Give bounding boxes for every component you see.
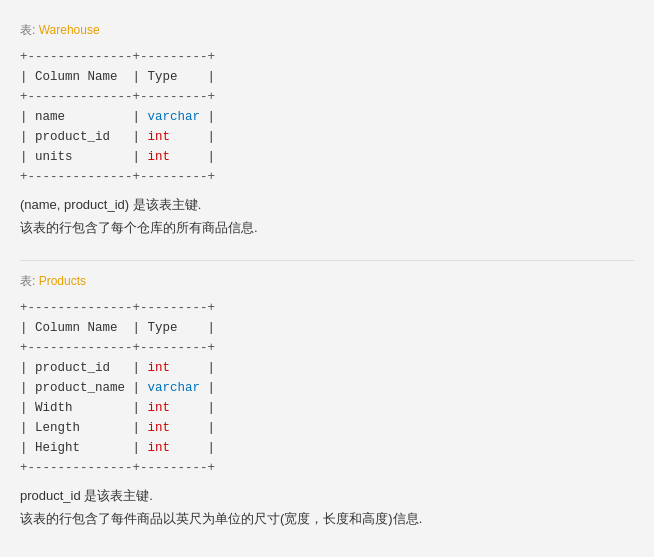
desc-line: (name, product_id) 是该表主键.: [20, 193, 634, 216]
separator-bot: +--------------+---------+: [20, 170, 215, 184]
table-row: | Length | int |: [20, 421, 215, 435]
desc-line: 该表的行包含了每个仓库的所有商品信息.: [20, 216, 634, 239]
header-row: | Column Name | Type |: [20, 321, 215, 335]
desc-line: 该表的行包含了每件商品以英尺为单位的尺寸(宽度，长度和高度)信息.: [20, 507, 634, 530]
table-row: | units | int |: [20, 150, 215, 164]
table-row: | Width | int |: [20, 401, 215, 415]
table-name-products: Products: [39, 274, 86, 288]
table-row: | product_id | int |: [20, 130, 215, 144]
section-title-warehouse: 表: Warehouse: [20, 22, 634, 39]
footer: CSDN @爱戴假发的谢老师: [0, 551, 654, 557]
title-label: 表:: [20, 23, 39, 37]
separator-top: +--------------+---------+: [20, 50, 215, 64]
table-row: | name | varchar |: [20, 110, 215, 124]
section-title-products: 表: Products: [20, 273, 634, 290]
desc-line: product_id 是该表主键.: [20, 484, 634, 507]
table-name-warehouse: Warehouse: [39, 23, 100, 37]
description-block-warehouse: (name, product_id) 是该表主键.该表的行包含了每个仓库的所有商…: [20, 193, 634, 240]
table-block-warehouse: +--------------+---------+ | Column Name…: [20, 47, 634, 187]
title-label: 表:: [20, 274, 39, 288]
separator-mid: +--------------+---------+: [20, 341, 215, 355]
separator-bot: +--------------+---------+: [20, 461, 215, 475]
separator-mid: +--------------+---------+: [20, 90, 215, 104]
table-row: | Height | int |: [20, 441, 215, 455]
description-block-products: product_id 是该表主键.该表的行包含了每件商品以英尺为单位的尺寸(宽度…: [20, 484, 634, 531]
header-row: | Column Name | Type |: [20, 70, 215, 84]
section-warehouse: 表: Warehouse+--------------+---------+ |…: [0, 10, 654, 256]
page-container: 表: Warehouse+--------------+---------+ |…: [0, 0, 654, 557]
section-products: 表: Products+--------------+---------+ | …: [0, 261, 654, 547]
table-row: | product_name | varchar |: [20, 381, 215, 395]
separator-top: +--------------+---------+: [20, 301, 215, 315]
table-block-products: +--------------+---------+ | Column Name…: [20, 298, 634, 478]
table-row: | product_id | int |: [20, 361, 215, 375]
